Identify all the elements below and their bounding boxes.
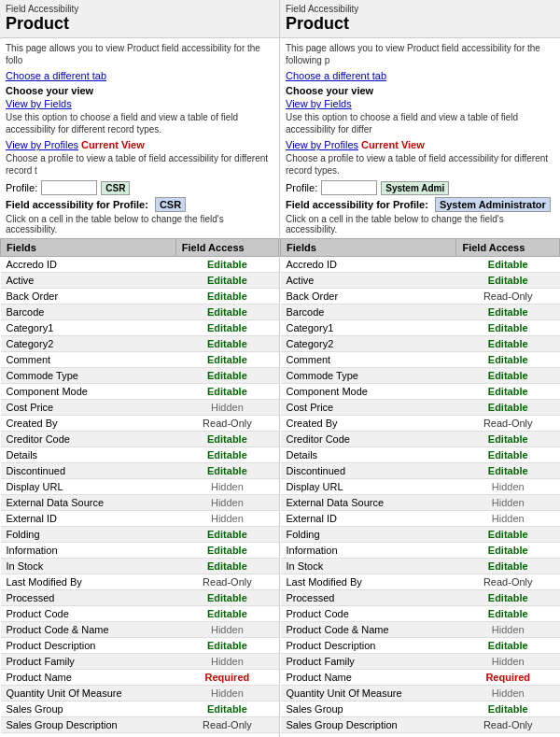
profile-select-button[interactable]: System Admi (381, 181, 449, 195)
table-row[interactable]: Product DescriptionEditable (281, 638, 560, 654)
table-row[interactable]: Product CodeEditable (1, 606, 279, 622)
choose-different-tab-link[interactable]: Choose a different tab (6, 70, 273, 81)
field-access-cell[interactable]: Editable (175, 590, 278, 606)
field-access-cell[interactable]: Hidden (175, 479, 278, 495)
table-row[interactable]: External IDHidden (281, 511, 560, 527)
table-row[interactable]: External Data SourceHidden (1, 495, 279, 511)
field-access-cell[interactable]: Editable (175, 305, 278, 320)
table-row[interactable]: Display URLHidden (1, 479, 279, 495)
field-access-cell[interactable]: Hidden (456, 495, 560, 511)
field-access-cell[interactable]: Editable (456, 638, 560, 654)
table-row[interactable]: ActiveEditable (1, 273, 279, 289)
table-row[interactable]: Category1Editable (281, 320, 560, 336)
field-access-cell[interactable]: Read-Only (175, 574, 278, 590)
table-row[interactable]: Accredo IDEditable (281, 257, 560, 273)
table-row[interactable]: ActiveEditable (281, 273, 560, 289)
field-access-cell[interactable]: Required (175, 670, 278, 686)
field-access-cell[interactable]: Editable (456, 432, 560, 447)
table-row[interactable]: Category2Editable (1, 336, 279, 352)
table-row[interactable]: ProcessedEditable (281, 590, 560, 606)
table-row[interactable]: CommentEditable (1, 352, 279, 368)
table-row[interactable]: External IDHidden (1, 511, 279, 527)
table-row[interactable]: Last Modified ByRead-Only (1, 574, 279, 590)
field-access-cell[interactable]: Editable (456, 527, 560, 543)
table-row[interactable]: ProcessedEditable (1, 590, 279, 606)
table-row[interactable]: Commode TypeEditable (281, 368, 560, 384)
field-access-cell[interactable]: Read-Only (456, 717, 560, 733)
field-access-cell[interactable]: Editable (175, 638, 278, 654)
field-access-cell[interactable]: Editable (175, 368, 278, 384)
field-access-cell[interactable]: Read-Only (456, 289, 560, 305)
table-row[interactable]: Component ModeEditable (1, 384, 279, 400)
field-access-cell[interactable]: Editable (456, 590, 560, 606)
field-access-cell[interactable]: Editable (175, 527, 278, 543)
table-row[interactable]: Category2Editable (281, 336, 560, 352)
table-row[interactable]: CommentEditable (281, 352, 560, 368)
table-row[interactable]: FoldingEditable (1, 527, 279, 543)
table-row[interactable]: In StockEditable (281, 559, 560, 574)
table-row[interactable]: Created ByRead-Only (1, 416, 279, 432)
field-access-cell[interactable]: Editable (175, 336, 278, 352)
field-access-cell[interactable]: Editable (175, 606, 278, 622)
field-access-cell[interactable]: Editable (456, 352, 560, 368)
field-access-cell[interactable]: Editable (456, 543, 560, 559)
field-access-cell[interactable]: Hidden (456, 686, 560, 702)
field-access-cell[interactable]: Hidden (456, 511, 560, 527)
table-row[interactable]: Sales GroupEditable (1, 702, 279, 717)
field-access-cell[interactable]: Editable (456, 273, 560, 289)
field-access-cell[interactable]: Editable (175, 384, 278, 400)
table-row[interactable]: DiscontinuedEditable (281, 463, 560, 479)
view-by-fields-link[interactable]: View by Fields (6, 98, 72, 109)
field-access-cell[interactable]: Editable (175, 352, 278, 368)
field-access-cell[interactable]: Hidden (175, 654, 278, 670)
table-row[interactable]: Last Modified ByRead-Only (281, 574, 560, 590)
table-row[interactable]: Product Code & NameHidden (281, 622, 560, 638)
table-row[interactable]: Quantity Unit Of MeasureHidden (1, 686, 279, 702)
table-row[interactable]: Creditor CodeEditable (1, 432, 279, 447)
field-access-cell[interactable]: Editable (175, 733, 278, 738)
table-row[interactable]: Display URLHidden (281, 479, 560, 495)
table-row[interactable]: Sales GroupEditable (281, 702, 560, 717)
table-row[interactable]: Back OrderEditable (1, 289, 279, 305)
field-access-cell[interactable]: Editable (456, 320, 560, 336)
table-row[interactable]: Product CodeEditable (281, 606, 560, 622)
field-access-cell[interactable]: Editable (456, 733, 560, 738)
table-row[interactable]: In StockEditable (1, 559, 279, 574)
profile-input[interactable] (321, 180, 377, 195)
field-access-cell[interactable]: Editable (456, 559, 560, 574)
field-access-cell[interactable]: Hidden (175, 495, 278, 511)
table-row[interactable]: Product NameRequired (281, 670, 560, 686)
field-access-cell[interactable]: Hidden (175, 400, 278, 416)
field-access-cell[interactable]: Read-Only (175, 416, 278, 432)
field-access-cell[interactable]: Editable (175, 543, 278, 559)
field-access-cell[interactable]: Hidden (456, 479, 560, 495)
table-row[interactable]: Category1Editable (1, 320, 279, 336)
table-row[interactable]: FoldingEditable (281, 527, 560, 543)
field-access-cell[interactable]: Hidden (456, 622, 560, 638)
field-access-cell[interactable]: Hidden (175, 686, 278, 702)
field-access-cell[interactable]: Editable (175, 257, 278, 273)
table-row[interactable]: BarcodeEditable (1, 305, 279, 320)
table-row[interactable]: Accredo IDEditable (1, 257, 279, 273)
field-access-cell[interactable]: Editable (456, 257, 560, 273)
table-row[interactable]: Cost PriceEditable (281, 400, 560, 416)
field-access-cell[interactable]: Editable (456, 400, 560, 416)
table-row[interactable]: Component ModeEditable (281, 384, 560, 400)
field-access-cell[interactable]: Editable (175, 273, 278, 289)
field-access-cell[interactable]: Required (456, 670, 560, 686)
table-row[interactable]: DetailsEditable (1, 447, 279, 463)
field-access-cell[interactable]: Editable (456, 463, 560, 479)
table-row[interactable]: Created ByRead-Only (281, 416, 560, 432)
table-row[interactable]: Stock AllocatedEditable (281, 733, 560, 738)
table-row[interactable]: InformationEditable (281, 543, 560, 559)
field-access-cell[interactable]: Editable (456, 305, 560, 320)
profile-input[interactable] (41, 180, 97, 195)
field-access-cell[interactable]: Editable (175, 447, 278, 463)
field-access-cell[interactable]: Editable (175, 702, 278, 717)
table-row[interactable]: Product NameRequired (1, 670, 279, 686)
field-access-cell[interactable]: Editable (456, 336, 560, 352)
field-access-cell[interactable]: Editable (175, 320, 278, 336)
choose-different-tab-link[interactable]: Choose a different tab (286, 70, 554, 81)
table-row[interactable]: Creditor CodeEditable (281, 432, 560, 447)
field-access-cell[interactable]: Editable (456, 606, 560, 622)
